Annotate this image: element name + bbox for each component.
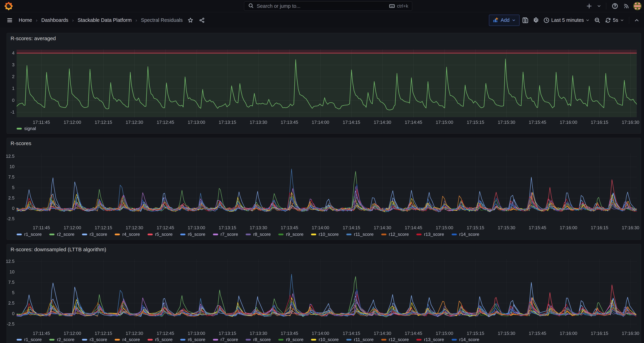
time-range-picker[interactable]: Last 5 minutes bbox=[542, 15, 592, 26]
legend-label: r11_score bbox=[354, 337, 374, 342]
x-tick-label: 17:14:30 bbox=[367, 225, 398, 230]
legend-item-r3_score[interactable]: r3_score bbox=[82, 232, 107, 237]
legend-item-r9_score[interactable]: r9_score bbox=[278, 232, 304, 237]
new-plus-button[interactable] bbox=[585, 2, 594, 11]
legend-item-signal[interactable]: signal bbox=[16, 126, 36, 131]
mega-menu-button[interactable] bbox=[5, 16, 14, 25]
x-tick-label: 17:14:45 bbox=[398, 120, 429, 125]
new-menu-chevron[interactable] bbox=[596, 2, 602, 11]
legend-label: r5_score bbox=[155, 232, 173, 237]
legend-item-r9_score[interactable]: r9_score bbox=[278, 337, 304, 342]
x-tick-label: 17:15:15 bbox=[460, 120, 491, 125]
x-tick-label: 17:14:15 bbox=[336, 225, 367, 230]
x-tick-label: 17:14:00 bbox=[305, 331, 336, 336]
add-panel-button[interactable]: Add bbox=[489, 15, 520, 26]
legend-label: r14_score bbox=[459, 232, 479, 237]
chart-canvas-1[interactable] bbox=[7, 138, 641, 240]
x-tick-label: 17:12:00 bbox=[57, 225, 88, 230]
legend-item-r4_score[interactable]: r4_score bbox=[115, 232, 140, 237]
x-tick-label: 17:14:15 bbox=[336, 331, 367, 336]
share-button[interactable] bbox=[199, 16, 205, 25]
search-input[interactable]: Search or jump to... ctrl+k bbox=[244, 2, 412, 11]
legend-item-r1_score[interactable]: r1_score bbox=[16, 337, 42, 342]
legend-item-r3_score[interactable]: r3_score bbox=[82, 337, 107, 342]
breadcrumb-dashboards[interactable]: Dashboards bbox=[41, 17, 68, 23]
legend-item-r10_score[interactable]: r10_score bbox=[311, 232, 339, 237]
chevron-down-icon bbox=[620, 18, 624, 22]
grafana-logo-icon[interactable] bbox=[4, 2, 13, 10]
legend-item-r13_score[interactable]: r13_score bbox=[416, 337, 444, 342]
legend-item-r2_score[interactable]: r2_score bbox=[49, 232, 74, 237]
legend-item-r7_score[interactable]: r7_score bbox=[213, 337, 238, 342]
top-right-actions bbox=[585, 0, 642, 12]
help-icon bbox=[612, 3, 618, 9]
zoom-out-icon bbox=[594, 17, 600, 24]
x-tick-label: 17:14:00 bbox=[305, 120, 336, 125]
zoom-out-time-button[interactable] bbox=[593, 16, 602, 25]
legend-item-r4_score[interactable]: r4_score bbox=[115, 337, 140, 342]
breadcrumb-home[interactable]: Home bbox=[19, 17, 32, 23]
favorite-button[interactable] bbox=[188, 16, 194, 25]
user-avatar[interactable] bbox=[633, 2, 642, 10]
legend-item-r5_score[interactable]: r5_score bbox=[148, 337, 173, 342]
legend-label: r13_score bbox=[424, 232, 444, 237]
legend-item-r8_score[interactable]: r8_score bbox=[246, 232, 271, 237]
legend-label: r1_score bbox=[24, 232, 42, 237]
chart-canvas-2[interactable] bbox=[7, 244, 641, 343]
x-tick-label: 17:13:15 bbox=[212, 225, 243, 230]
x-tick-label: 17:16:00 bbox=[553, 331, 584, 336]
legend-item-r6_score[interactable]: r6_score bbox=[180, 337, 205, 342]
dashboard-settings-button[interactable] bbox=[531, 16, 540, 25]
x-tick-label: 17:15:30 bbox=[491, 225, 522, 230]
legend-item-r14_score[interactable]: r14_score bbox=[452, 232, 479, 237]
plus-icon bbox=[586, 3, 592, 9]
breadcrumb-folder[interactable]: Stackable Data Platform bbox=[78, 17, 132, 23]
legend-item-r11_score[interactable]: r11_score bbox=[346, 232, 374, 237]
legend-swatch bbox=[452, 234, 457, 235]
legend-item-r10_score[interactable]: r10_score bbox=[311, 337, 339, 342]
legend: r1_scorer2_scorer3_scorer4_scorer5_score… bbox=[16, 232, 479, 237]
keyboard-icon bbox=[389, 3, 395, 9]
legend-item-r13_score[interactable]: r13_score bbox=[416, 232, 444, 237]
y-tick-label: -2.5 bbox=[0, 321, 14, 327]
legend-item-r2_score[interactable]: r2_score bbox=[49, 337, 74, 342]
legend-item-r11_score[interactable]: r11_score bbox=[346, 337, 374, 342]
legend-label: r9_score bbox=[286, 232, 304, 237]
legend-label: r12_score bbox=[389, 337, 409, 342]
refresh-picker[interactable]: 5s bbox=[603, 15, 626, 26]
y-tick-label: 7.5 bbox=[0, 280, 14, 285]
y-tick-label: 3 bbox=[0, 62, 14, 68]
chevron-down-icon bbox=[512, 18, 516, 22]
chevron-down-icon bbox=[597, 4, 601, 8]
legend-item-r14_score[interactable]: r14_score bbox=[452, 337, 479, 342]
legend-item-r12_score[interactable]: r12_score bbox=[381, 232, 409, 237]
legend-swatch bbox=[278, 339, 284, 340]
chart-canvas-0[interactable] bbox=[7, 33, 641, 134]
legend-item-r5_score[interactable]: r5_score bbox=[148, 232, 173, 237]
legend-item-r8_score[interactable]: r8_score bbox=[246, 337, 271, 342]
collapse-topbar-button[interactable] bbox=[632, 16, 641, 25]
legend-item-r7_score[interactable]: r7_score bbox=[213, 232, 238, 237]
x-tick-label: 17:15:00 bbox=[429, 225, 460, 230]
x-tick-label: 17:14:15 bbox=[336, 120, 367, 125]
y-tick-label: 4 bbox=[0, 50, 14, 56]
legend-item-r12_score[interactable]: r12_score bbox=[381, 337, 409, 342]
x-tick-label: 17:16:30 bbox=[615, 120, 644, 125]
legend-swatch bbox=[452, 339, 457, 340]
x-tick-label: 17:13:45 bbox=[274, 225, 305, 230]
x-tick-label: 17:15:45 bbox=[522, 331, 553, 336]
legend-item-r6_score[interactable]: r6_score bbox=[180, 232, 205, 237]
x-tick-label: 17:13:00 bbox=[181, 225, 212, 230]
legend-label: r8_score bbox=[253, 337, 271, 342]
y-tick-label: -1 bbox=[0, 109, 14, 115]
legend-swatch bbox=[115, 339, 120, 340]
legend-item-r1_score[interactable]: r1_score bbox=[16, 232, 42, 237]
save-dashboard-button[interactable] bbox=[521, 16, 530, 25]
help-button[interactable] bbox=[610, 2, 620, 11]
x-tick-label: 17:14:00 bbox=[305, 225, 336, 230]
divider bbox=[606, 3, 606, 10]
x-tick-label: 17:12:30 bbox=[119, 331, 150, 336]
legend-swatch bbox=[148, 339, 153, 340]
breadcrumb-separator: › bbox=[72, 18, 74, 23]
news-button[interactable] bbox=[622, 2, 631, 11]
